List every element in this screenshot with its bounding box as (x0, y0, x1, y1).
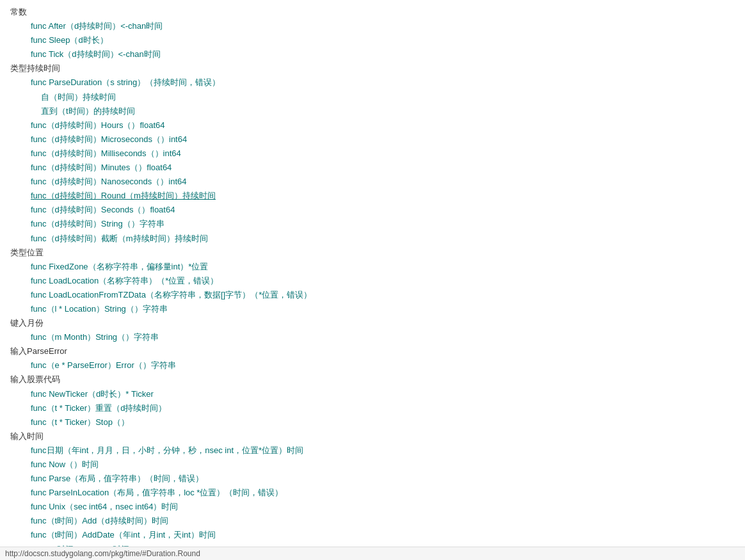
section-header-type-time: 输入时间 (10, 429, 735, 444)
func-since[interactable]: 自（时间）持续时间 (10, 90, 735, 104)
func-loadlocationfromtzdata[interactable]: func LoadLocationFromTZData（名称字符串，数据[]字节… (10, 288, 735, 302)
func-milliseconds[interactable]: func（d持续时间）Milliseconds（）int64 (10, 147, 735, 161)
section-header-type-location: 类型位置 (10, 246, 735, 260)
func-string-duration[interactable]: func（d持续时间）String（）字符串 (10, 217, 735, 231)
section-header-type-ticker: 输入股票代码 (10, 372, 735, 387)
func-unix[interactable]: func Unix（sec int64，nsec int64）时间 (10, 500, 735, 514)
func-round[interactable]: func（d持续时间）Round（m持续时间）持续时间 (10, 189, 735, 203)
func-minutes[interactable]: func（d持续时间）Minutes（）float64 (10, 161, 735, 175)
section-type-time: 输入时间 func日期（年int，月月，日，小时，分钟，秒，nsec int，位… (10, 429, 735, 560)
func-adddate[interactable]: func（t时间）AddDate（年int，月int，天int）时间 (10, 528, 735, 542)
func-now[interactable]: func Now（）时间 (10, 458, 735, 472)
func-tick[interactable]: func Tick（d持续时间）<-chan时间 (10, 47, 735, 61)
section-type-ticker: 输入股票代码 func NewTicker（d时长）* Ticker func（… (10, 372, 735, 429)
section-type-month: 键入月份 func（m Month）String（）字符串 (10, 316, 735, 344)
func-add[interactable]: func（t时间）Add（d持续时间）时间 (10, 514, 735, 528)
func-nanoseconds[interactable]: func（d持续时间）Nanoseconds（）int64 (10, 175, 735, 189)
section-type-parseerror: 输入ParseError func（e * ParseError）Error（）… (10, 344, 735, 372)
section-header-type-month: 键入月份 (10, 316, 735, 330)
section-type-duration: 类型持续时间 func ParseDuration（s string）（持续时间… (10, 61, 735, 245)
func-hours[interactable]: func（d持续时间）Hours（）float64 (10, 118, 735, 132)
func-newticker[interactable]: func NewTicker（d时长）* Ticker (10, 387, 735, 401)
func-parseduration[interactable]: func ParseDuration（s string）（持续时间，错误） (10, 76, 735, 90)
func-string-location[interactable]: func（l * Location）String（）字符串 (10, 302, 735, 316)
func-date-func[interactable]: func日期（年int，月月，日，小时，分钟，秒，nsec int，位置*位置）… (10, 444, 735, 458)
section-constants: 常数 func After（d持续时间）<-chan时间 func Sleep（… (10, 5, 735, 61)
func-error[interactable]: func（e * ParseError）Error（）字符串 (10, 358, 735, 372)
bottom-bar-url: http://docscn.studygolang.com/pkg/time/#… (5, 549, 200, 558)
section-header-constants: 常数 (10, 5, 735, 19)
bottom-bar: http://docscn.studygolang.com/pkg/time/#… (0, 547, 745, 560)
func-seconds[interactable]: func（d持续时间）Seconds（）float64 (10, 203, 735, 217)
func-sleep[interactable]: func Sleep（d时长） (10, 33, 735, 47)
section-type-location: 类型位置 func FixedZone（名称字符串，偏移量int）*位置 fun… (10, 246, 735, 316)
func-microseconds[interactable]: func（d持续时间）Microseconds（）int64 (10, 132, 735, 147)
main-content: 常数 func After（d持续时间）<-chan时间 func Sleep（… (0, 0, 745, 560)
func-string-month[interactable]: func（m Month）String（）字符串 (10, 330, 735, 344)
section-header-type-parseerror: 输入ParseError (10, 344, 735, 358)
func-stop-ticker[interactable]: func（t * Ticker）Stop（） (10, 415, 735, 429)
func-parse[interactable]: func Parse（布局，值字符串）（时间，错误） (10, 472, 735, 486)
func-parseinlocation[interactable]: func ParseInLocation（布局，值字符串，loc *位置）（时间… (10, 486, 735, 500)
func-loadlocation[interactable]: func LoadLocation（名称字符串）（*位置，错误） (10, 274, 735, 288)
func-fixedzone[interactable]: func FixedZone（名称字符串，偏移量int）*位置 (10, 260, 735, 274)
func-after[interactable]: func After（d持续时间）<-chan时间 (10, 19, 735, 33)
section-header-type-duration: 类型持续时间 (10, 61, 735, 76)
func-reset-ticker[interactable]: func（t * Ticker）重置（d持续时间） (10, 401, 735, 415)
func-truncate[interactable]: func（d持续时间）截断（m持续时间）持续时间 (10, 232, 735, 246)
func-until[interactable]: 直到（t时间）的持续时间 (10, 104, 735, 118)
